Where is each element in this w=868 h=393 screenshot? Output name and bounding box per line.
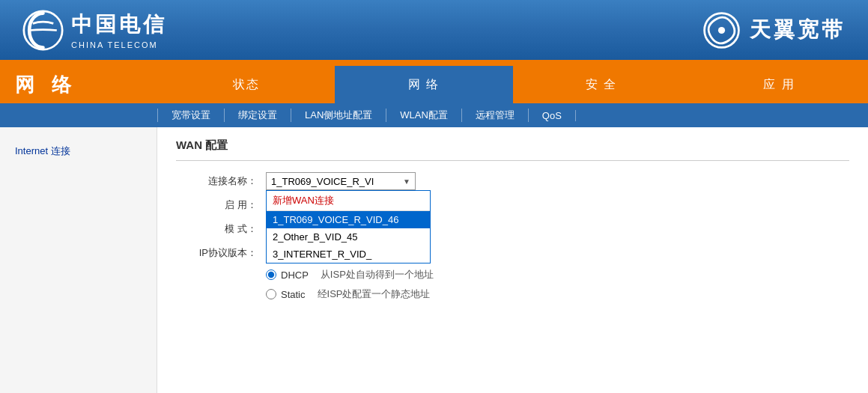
left-logo-text-block: 中国电信 CHINA TELECOM xyxy=(71,10,167,49)
content-area: Internet 连接 WAN 配置 连接名称： 1_TR069_VOICE_R… xyxy=(0,127,868,393)
sub-nav-wlan[interactable]: WLAN配置 xyxy=(386,109,462,122)
sub-nav-qos[interactable]: QoS xyxy=(529,110,576,121)
dropdown-item-2[interactable]: 2_Other_B_VID_45 xyxy=(267,228,430,246)
connection-name-row: 连接名称： 1_TR069_VOICE_R_VI ▼ 新增WAN连接 1_TR0… xyxy=(176,172,849,190)
main-nav: 网 络 状态 网 络 安 全 应 用 xyxy=(0,66,868,103)
logo-left: 中国电信 CHINA TELECOM xyxy=(22,10,167,51)
left-logo-english: CHINA TELECOM xyxy=(71,40,167,49)
dhcp-radio-desc: 从ISP处自动得到一个地址 xyxy=(321,268,434,281)
sub-nav: 宽带设置 绑定设置 LAN侧地址配置 WLAN配置 远程管理 QoS xyxy=(0,103,868,127)
connection-name-dropdown-menu: 新增WAN连接 1_TR069_VOICE_R_VID_46 2_Other_B… xyxy=(266,190,431,263)
connection-name-dropdown[interactable]: 1_TR069_VOICE_R_VI ▼ xyxy=(266,172,416,190)
dropdown-item-1[interactable]: 1_TR069_VOICE_R_VID_46 xyxy=(267,211,430,228)
page-title: 网 络 xyxy=(15,72,77,98)
sub-nav-binding[interactable]: 绑定设置 xyxy=(225,109,291,122)
section-divider xyxy=(176,160,849,161)
static-radio-item: Static 经ISP处配置一个静态地址 xyxy=(266,287,430,301)
static-radio-row: Static 经ISP处配置一个静态地址 xyxy=(176,287,849,301)
tab-status[interactable]: 状态 xyxy=(157,66,335,103)
main-nav-tabs: 状态 网 络 安 全 应 用 xyxy=(157,66,868,103)
dhcp-radio-input[interactable] xyxy=(266,269,276,280)
dhcp-radio-label: DHCP xyxy=(281,269,309,281)
sub-nav-lan[interactable]: LAN侧地址配置 xyxy=(291,109,386,122)
mode-label: 模 式： xyxy=(176,220,266,238)
dropdown-new-wan-option[interactable]: 新增WAN连接 xyxy=(267,191,430,211)
tab-network[interactable]: 网 络 xyxy=(335,66,512,103)
static-radio-label: Static xyxy=(281,289,306,300)
sidebar-item-internet[interactable]: Internet 连接 xyxy=(0,138,157,164)
sub-nav-remote[interactable]: 远程管理 xyxy=(462,109,529,122)
static-radio-desc: 经ISP处配置一个静态地址 xyxy=(318,287,431,301)
left-logo-chinese: 中国电信 xyxy=(71,10,167,39)
svg-point-2 xyxy=(718,26,725,33)
right-logo-chinese: 天翼宽带 xyxy=(750,16,846,44)
header: 中国电信 CHINA TELECOM 天翼宽带 xyxy=(0,0,868,60)
enable-label: 启 用： xyxy=(176,196,266,214)
orange-divider-bar xyxy=(0,60,868,66)
connection-name-value: 1_TR069_VOICE_R_VI xyxy=(271,176,374,187)
tianyi-logo-icon xyxy=(701,10,742,51)
logo-right: 天翼宽带 xyxy=(701,10,846,51)
dropdown-arrow-icon: ▼ xyxy=(403,177,410,186)
dropdown-item-3[interactable]: 3_INTERNET_R_VID_ xyxy=(267,246,430,263)
sidebar: Internet 连接 xyxy=(0,127,157,393)
ip-protocol-label: IP协议版本： xyxy=(176,244,266,262)
connection-name-dropdown-container: 1_TR069_VOICE_R_VI ▼ 新增WAN连接 1_TR069_VOI… xyxy=(266,172,416,190)
tab-security[interactable]: 安 全 xyxy=(513,66,691,103)
tab-application[interactable]: 应 用 xyxy=(691,66,868,103)
china-telecom-logo-icon xyxy=(22,10,64,51)
connection-name-label: 连接名称： xyxy=(176,172,266,190)
sub-nav-broadband[interactable]: 宽带设置 xyxy=(157,109,225,122)
page-title-area: 网 络 xyxy=(0,66,157,103)
static-radio-input[interactable] xyxy=(266,289,276,299)
dhcp-radio-item: DHCP 从ISP处自动得到一个地址 xyxy=(266,268,434,281)
main-content: WAN 配置 连接名称： 1_TR069_VOICE_R_VI ▼ 新增WAN连… xyxy=(157,127,868,393)
dhcp-radio-row: DHCP 从ISP处自动得到一个地址 xyxy=(176,268,849,281)
section-title: WAN 配置 xyxy=(176,138,849,153)
